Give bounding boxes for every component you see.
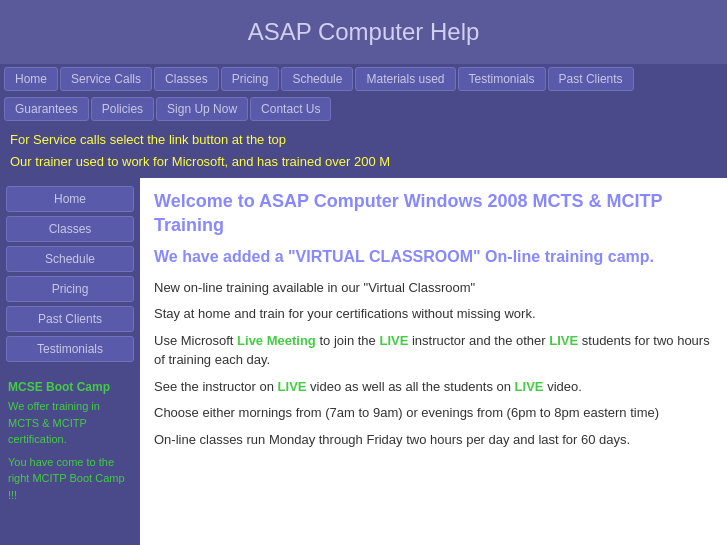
nav-pricing[interactable]: Pricing (221, 67, 280, 91)
nav-testimonials[interactable]: Testimonials (458, 67, 546, 91)
nav-service-calls[interactable]: Service Calls (60, 67, 152, 91)
sidebar-item-classes[interactable]: Classes (6, 216, 134, 242)
content-area: Welcome to ASAP Computer Windows 2008 MC… (140, 178, 727, 545)
nav-policies[interactable]: Policies (91, 97, 154, 121)
nav-past-clients[interactable]: Past Clients (548, 67, 634, 91)
live-2: LIVE (549, 333, 578, 348)
content-para-4: See the instructor on LIVE video as well… (154, 377, 713, 397)
notice-line-1: For Service calls select the link button… (10, 129, 717, 151)
notice-line-2: Our trainer used to work for Microsoft, … (10, 151, 717, 173)
nav-row-2: Guarantees Policies Sign Up Now Contact … (0, 94, 727, 124)
main-layout: Home Classes Schedule Pricing Past Clien… (0, 178, 727, 545)
sidebar-item-schedule[interactable]: Schedule (6, 246, 134, 272)
content-para-2: Stay at home and train for your certific… (154, 304, 713, 324)
sidebar-mcse-link[interactable]: MCSE Boot Camp (8, 380, 132, 394)
nav-home[interactable]: Home (4, 67, 58, 91)
sidebar-item-testimonials[interactable]: Testimonials (6, 336, 134, 362)
site-title: ASAP Computer Help (10, 18, 717, 46)
nav-materials-used[interactable]: Materials used (355, 67, 455, 91)
content-title: Welcome to ASAP Computer Windows 2008 MC… (154, 190, 713, 237)
nav-guarantees[interactable]: Guarantees (4, 97, 89, 121)
nav-classes[interactable]: Classes (154, 67, 219, 91)
nav-contact-us[interactable]: Contact Us (250, 97, 331, 121)
sidebar-promo-text1: We offer training in MCTS & MCITP certif… (8, 398, 132, 448)
content-subtitle: We have added a "VIRTUAL CLASSROOM" On-l… (154, 247, 713, 268)
header: ASAP Computer Help (0, 0, 727, 64)
nav-schedule[interactable]: Schedule (281, 67, 353, 91)
sidebar-item-past-clients[interactable]: Past Clients (6, 306, 134, 332)
sidebar: Home Classes Schedule Pricing Past Clien… (0, 178, 140, 545)
content-para-6: On-line classes run Monday through Frida… (154, 430, 713, 450)
sidebar-promo: MCSE Boot Camp We offer training in MCTS… (6, 376, 134, 513)
live-3: LIVE (278, 379, 307, 394)
live-meeting-link[interactable]: Live Meeting (237, 333, 316, 348)
live-1: LIVE (379, 333, 408, 348)
content-para-1: New on-line training available in our "V… (154, 278, 713, 298)
content-para-3: Use Microsoft Live Meeting to join the L… (154, 331, 713, 370)
nav-sign-up-now[interactable]: Sign Up Now (156, 97, 248, 121)
sidebar-promo-text2: You have come to the right MCITP Boot Ca… (8, 454, 132, 504)
nav-row-1: Home Service Calls Classes Pricing Sched… (0, 64, 727, 94)
sidebar-item-pricing[interactable]: Pricing (6, 276, 134, 302)
notice-area: For Service calls select the link button… (0, 124, 727, 178)
live-4: LIVE (515, 379, 544, 394)
sidebar-item-home[interactable]: Home (6, 186, 134, 212)
content-para-5: Choose either mornings from (7am to 9am)… (154, 403, 713, 423)
